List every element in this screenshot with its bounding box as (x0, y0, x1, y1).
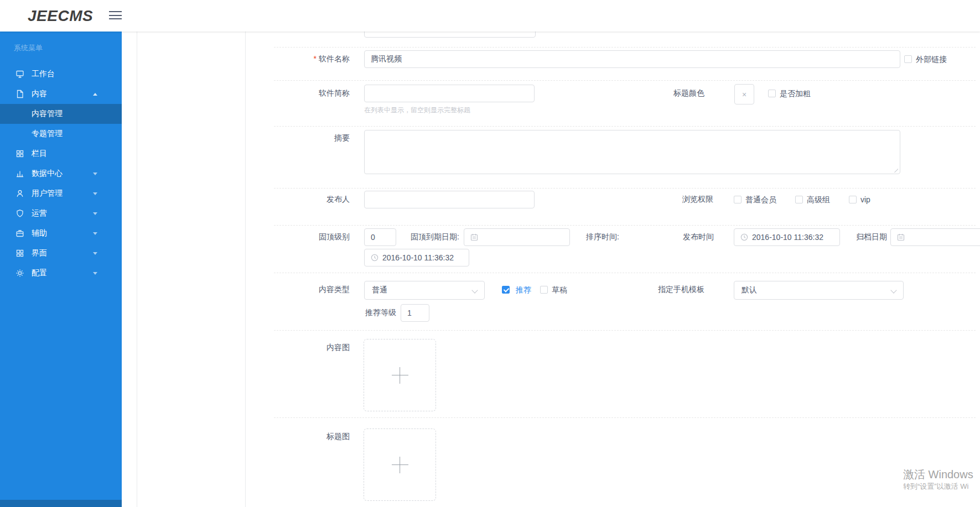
sidebar-item-content-management[interactable]: 内容管理 (0, 104, 122, 124)
user-icon (15, 189, 24, 198)
required-asterisk: * (314, 54, 317, 63)
content-image-upload[interactable] (364, 339, 436, 411)
top-level-label: 固顶级别 (232, 232, 350, 242)
publish-time-input[interactable]: 2016-10-10 11:36:32 (734, 228, 840, 246)
top-level-input[interactable] (364, 228, 396, 246)
layout-icon (15, 249, 24, 258)
title-image-label: 标题图 (232, 432, 350, 442)
summary-textarea[interactable] (364, 130, 900, 174)
document-icon (15, 90, 24, 98)
bold-checkbox[interactable] (768, 90, 776, 97)
mobile-template-label: 指定手机模板 (658, 285, 704, 295)
software-short-input[interactable] (364, 85, 535, 102)
content-type-label: 内容类型 (232, 285, 350, 295)
separator (274, 273, 976, 273)
chevron-down-icon (93, 232, 97, 235)
archive-date-label: 归档日期 (856, 232, 887, 242)
software-name-label: *软件名称 (232, 54, 350, 64)
sidebar-item-content[interactable]: 内容 (0, 84, 122, 104)
view-permission-label: 浏览权限 (682, 195, 713, 205)
tree-panel-left-border (137, 32, 137, 507)
title-color-picker[interactable]: × (734, 84, 754, 104)
title-image-upload[interactable] (364, 428, 436, 501)
chevron-down-icon (93, 252, 97, 255)
clock-icon (371, 254, 378, 262)
bold-label: 是否加粗 (780, 89, 811, 99)
gear-icon (15, 269, 24, 278)
chevron-down-icon (93, 173, 97, 175)
windows-activation-watermark: 激活 Windows (903, 467, 973, 482)
archive-date-input[interactable] (890, 228, 980, 246)
member-label: 普通会员 (745, 195, 776, 205)
briefcase-icon (15, 229, 24, 238)
grid-icon (15, 149, 24, 158)
separator (274, 80, 976, 81)
chevron-down-icon (93, 212, 97, 215)
shield-icon (15, 209, 24, 218)
jeecms-admin-page: JEECMS admin e (0, 0, 980, 507)
chevron-down-icon (471, 287, 478, 293)
chevron-down-icon (93, 192, 97, 195)
content-type-select[interactable]: 普通 (364, 281, 485, 300)
chevron-down-icon (890, 287, 896, 293)
separator (274, 330, 976, 331)
publish-time-label: 发布时间 (683, 232, 714, 242)
calendar-icon (897, 233, 905, 241)
software-short-hint: 在列表中显示，留空则显示完整标题 (364, 106, 470, 115)
sidebar-item-topic-management[interactable]: 专题管理 (0, 124, 122, 144)
sidebar-bottom-strip (0, 500, 122, 507)
separator (274, 47, 976, 48)
top-header: JEECMS admin e (0, 0, 980, 32)
sidebar-item-settings[interactable]: 配置 (0, 263, 122, 283)
recommend-label: 推荐 (516, 285, 531, 295)
member-checkbox[interactable] (734, 196, 742, 203)
clock-icon (740, 233, 748, 241)
windows-activation-hint: 转到“设置”以激活 Wi (903, 482, 968, 492)
tree-panel-divider (245, 32, 246, 507)
sidebar-item-columns[interactable]: 栏目 (0, 144, 122, 164)
hamburger-menu-icon[interactable] (109, 11, 122, 20)
monitor-icon (15, 70, 24, 79)
sidebar-item-workbench[interactable]: 工作台 (0, 64, 122, 84)
clear-color-icon[interactable]: × (742, 90, 746, 99)
recommend-level-label: 推荐等级 (365, 308, 396, 318)
sidebar: 系统菜单 工作台 内容 内容管理 专题管理 (0, 32, 122, 507)
draft-label: 草稿 (552, 285, 567, 295)
sidebar-item-user-management[interactable]: 用户管理 (0, 184, 122, 203)
separator (274, 126, 976, 127)
top-expiry-label: 固顶到期日期: (411, 232, 459, 242)
top-datetime-input[interactable]: 2016-10-10 11:36:32 (364, 249, 469, 266)
publisher-label: 发布人 (232, 195, 350, 205)
separator (274, 225, 976, 226)
sort-time-label: 排序时间: (586, 232, 619, 242)
software-name-input[interactable] (364, 50, 900, 68)
publisher-input[interactable] (364, 191, 535, 208)
recommend-checkbox[interactable] (502, 286, 510, 294)
advanced-group-checkbox[interactable] (795, 196, 803, 203)
sidebar-title: 系统菜单 (14, 43, 43, 53)
separator (274, 417, 976, 418)
content-image-label: 内容图 (232, 343, 350, 353)
vip-label: vip (860, 195, 870, 204)
external-link-label: 外部链接 (916, 55, 947, 65)
jeecms-logo: JEECMS (28, 7, 93, 25)
sidebar-item-operations[interactable]: 运营 (0, 203, 122, 223)
top-expiry-date-input[interactable] (464, 228, 570, 246)
summary-label: 摘要 (232, 133, 350, 143)
chevron-up-icon (93, 93, 97, 96)
bar-chart-icon (15, 169, 24, 178)
advanced-group-label: 高级组 (807, 195, 830, 205)
sidebar-item-auxiliary[interactable]: 辅助 (0, 223, 122, 243)
external-link-checkbox[interactable] (904, 55, 912, 63)
resize-handle[interactable] (893, 167, 898, 173)
vip-checkbox[interactable] (849, 196, 857, 203)
software-short-label: 软件简称 (232, 88, 350, 98)
calendar-icon (470, 233, 478, 241)
mobile-template-select[interactable]: 默认 (734, 281, 904, 300)
title-color-label: 标题颜色 (587, 88, 704, 98)
sidebar-item-interface[interactable]: 界面 (0, 243, 122, 263)
draft-checkbox[interactable] (540, 286, 548, 294)
separator (274, 188, 976, 189)
recommend-level-input[interactable] (401, 304, 429, 322)
sidebar-item-data-center[interactable]: 数据中心 (0, 164, 122, 184)
